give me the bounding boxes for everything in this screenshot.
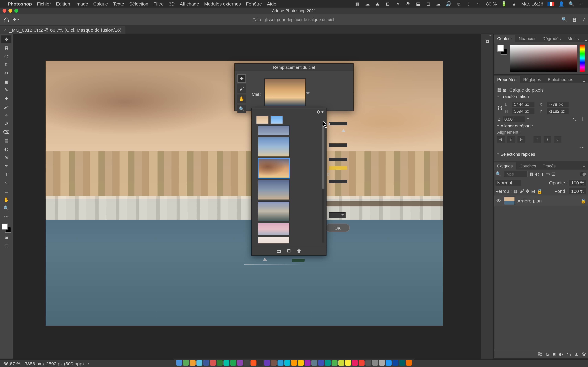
section-transformation[interactable]: Transformation bbox=[497, 94, 585, 99]
sky-hand-tool[interactable]: ✋ bbox=[237, 94, 246, 103]
dock-app-18[interactable] bbox=[298, 360, 304, 366]
dock-app-3[interactable] bbox=[197, 360, 202, 366]
menubar-cloud-icon[interactable]: ☁ bbox=[365, 1, 371, 7]
delete-layer-icon[interactable]: 🗑 bbox=[582, 351, 586, 357]
menu-fenetre[interactable]: Fenêtre bbox=[246, 1, 262, 6]
menu-calque[interactable]: Calque bbox=[93, 1, 108, 6]
color-swatches[interactable] bbox=[2, 224, 11, 233]
layer-fx-icon[interactable]: fx bbox=[546, 351, 549, 357]
sky-preset-6[interactable] bbox=[258, 223, 290, 235]
menu-filtre[interactable]: Filtre bbox=[153, 1, 164, 6]
scrollbar-thumb[interactable] bbox=[322, 125, 324, 189]
align-hcenter-button[interactable]: ⫼ bbox=[507, 136, 515, 143]
tab-couches[interactable]: Couches bbox=[516, 162, 539, 170]
presets-gear-icon[interactable]: ⚙ ▾ bbox=[317, 110, 324, 114]
search-icon[interactable]: 🔍 bbox=[561, 17, 567, 22]
tool-zoom[interactable]: 🔍 bbox=[1, 204, 11, 212]
move-tool-icon[interactable]: ✥▾ bbox=[13, 17, 19, 22]
filter-shape-icon[interactable]: ▭ bbox=[545, 171, 550, 177]
tab-proprietes[interactable]: Propriétés bbox=[494, 76, 520, 83]
color-picker-field[interactable] bbox=[510, 45, 577, 72]
align-top-button[interactable]: ⫯ bbox=[534, 136, 541, 143]
align-left-button[interactable]: ⫷ bbox=[497, 136, 505, 143]
menu-modules[interactable]: Modules externes bbox=[204, 1, 241, 6]
expand-panels-icon[interactable]: » bbox=[487, 34, 493, 38]
menubar-tray-icon[interactable]: ▦ bbox=[354, 1, 360, 7]
tool-path-select[interactable]: ↖ bbox=[1, 179, 11, 187]
home-button[interactable] bbox=[3, 16, 10, 23]
align-right-button[interactable]: ⫸ bbox=[517, 136, 525, 143]
menu-image[interactable]: Image bbox=[75, 1, 88, 6]
dock-app-28[interactable] bbox=[365, 360, 371, 366]
slider-3[interactable] bbox=[329, 158, 347, 161]
slider-2[interactable] bbox=[329, 143, 347, 147]
sky-preset-7[interactable] bbox=[258, 237, 290, 243]
tab-reglages[interactable]: Réglages bbox=[520, 76, 545, 83]
tab-nuancier[interactable]: Nuancier bbox=[515, 35, 539, 42]
tool-shape[interactable]: ▭ bbox=[1, 187, 11, 195]
section-aligner[interactable]: Aligner et répartir bbox=[497, 124, 585, 128]
lock-position-icon[interactable]: ✥ bbox=[526, 188, 529, 194]
dock-app-25[interactable] bbox=[345, 360, 351, 366]
panel-menu-icon[interactable]: ≡ bbox=[580, 78, 588, 83]
dock-app-8[interactable] bbox=[230, 360, 236, 366]
dock-app-6[interactable] bbox=[217, 360, 223, 366]
fill-value[interactable]: 100 % bbox=[570, 188, 586, 194]
adjustment-layer-icon[interactable]: ◐ bbox=[559, 351, 563, 357]
menubar-clock[interactable]: Mar. 16:26 bbox=[521, 1, 543, 6]
filter-type-icon[interactable]: T bbox=[541, 171, 544, 176]
filter-adjust-icon[interactable]: ◐ bbox=[535, 171, 539, 177]
dock-app-22[interactable] bbox=[325, 360, 331, 366]
flip-h-icon[interactable]: ⇋ bbox=[573, 116, 577, 122]
lock-pixels-icon[interactable]: ▦ bbox=[513, 188, 518, 194]
align-bottom-button[interactable]: ⫰ bbox=[554, 136, 562, 143]
layer-thumbnail[interactable] bbox=[504, 197, 515, 205]
dock-app-21[interactable] bbox=[318, 360, 324, 366]
sky-category-sunset[interactable] bbox=[256, 116, 269, 124]
slider-1[interactable] bbox=[329, 122, 347, 125]
hue-slider[interactable] bbox=[579, 45, 585, 72]
value-y[interactable]: -1182 px bbox=[547, 108, 569, 114]
link-wh-icon[interactable]: ⛓ bbox=[497, 105, 502, 111]
sky-preset-1[interactable] bbox=[258, 125, 290, 135]
value-width[interactable]: 5444 px bbox=[512, 102, 534, 107]
dock-app-20[interactable] bbox=[311, 360, 317, 366]
layer-row[interactable]: 👁 Arrière-plan 🔒 bbox=[494, 195, 588, 206]
tab-motifs[interactable]: Motifs bbox=[564, 35, 582, 42]
slider-1-handle[interactable] bbox=[341, 129, 346, 132]
menu-fichier[interactable]: Fichier bbox=[37, 1, 51, 6]
dock-app-10[interactable] bbox=[244, 360, 250, 366]
window-close-button[interactable] bbox=[3, 9, 6, 13]
panel-menu-icon[interactable]: ≡ bbox=[580, 165, 588, 170]
lock-artboard-icon[interactable]: ⊞ bbox=[531, 188, 535, 194]
tab-traces[interactable]: Tracés bbox=[539, 162, 559, 170]
filter-smart-icon[interactable]: ⊡ bbox=[552, 171, 555, 177]
window-minimize-button[interactable] bbox=[9, 9, 12, 13]
section-selections-rapides[interactable]: Sélections rapides bbox=[497, 152, 585, 156]
more-options-icon[interactable]: ⋯ bbox=[580, 145, 585, 150]
output-dropdown[interactable] bbox=[329, 212, 346, 218]
delete-preset-icon[interactable]: 🗑 bbox=[296, 248, 302, 254]
tool-pen[interactable]: ✒ bbox=[1, 162, 11, 170]
menu-aide[interactable]: Aide bbox=[267, 1, 277, 6]
close-tab-icon[interactable]: × bbox=[4, 27, 7, 32]
tab-degrades[interactable]: Dégradés bbox=[539, 35, 564, 42]
panel-menu-icon[interactable]: ≡ bbox=[582, 37, 588, 42]
menubar-display-icon[interactable]: ⎚ bbox=[456, 1, 462, 7]
dock-app-33[interactable] bbox=[399, 360, 405, 366]
tool-marquee[interactable]: ◌ bbox=[1, 52, 11, 60]
value-x[interactable]: -778 px bbox=[547, 102, 569, 107]
tab-bibliotheques[interactable]: Bibliothèques bbox=[544, 76, 577, 83]
menubar-cloud2-icon[interactable]: ☁ bbox=[435, 1, 441, 7]
sky-preview-dropdown[interactable] bbox=[264, 78, 306, 106]
tool-brush[interactable]: 🖌 bbox=[1, 103, 11, 110]
menubar-cc-icon[interactable]: ◉ bbox=[375, 1, 381, 7]
sky-move-tool[interactable]: ✥ bbox=[237, 74, 246, 83]
filter-toggle[interactable] bbox=[579, 172, 586, 176]
menubar-sun-icon[interactable]: ☀ bbox=[395, 1, 401, 7]
dock-app-14[interactable] bbox=[271, 360, 277, 366]
dock-app-26[interactable] bbox=[352, 360, 358, 366]
tool-eyedropper[interactable]: ✎ bbox=[1, 86, 11, 94]
sky-preset-2[interactable] bbox=[258, 137, 290, 157]
sky-preset-3-selected[interactable] bbox=[258, 158, 290, 178]
